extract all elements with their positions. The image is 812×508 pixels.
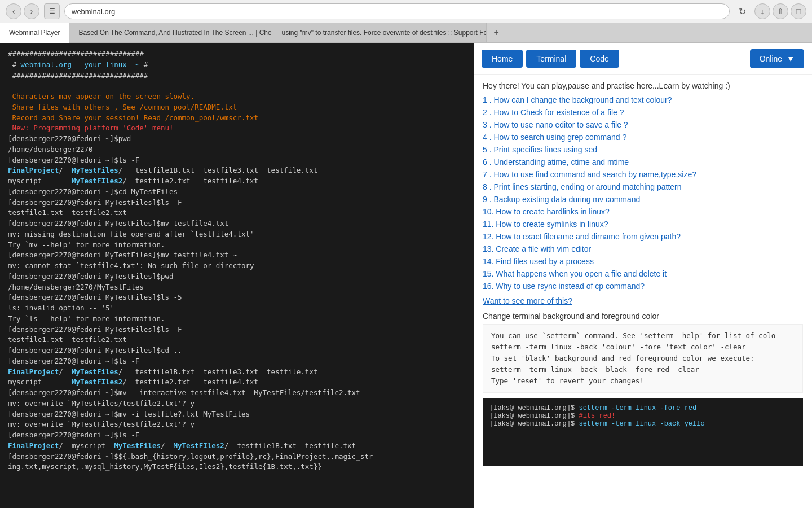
share-button[interactable]: ⇧ (773, 3, 788, 19)
list-item[interactable]: 7 . How to use find command and search b… (483, 169, 803, 179)
link-9[interactable]: 9 . Backup existing data during mv comma… (483, 195, 640, 204)
link-8[interactable]: 8 . Print lines starting, ending or arou… (483, 182, 682, 191)
link-10[interactable]: 10. How to create hardlinks in linux? (483, 207, 610, 216)
info-box: You can use `setterm` command. See 'sett… (483, 324, 803, 393)
download-button[interactable]: ↓ (754, 3, 770, 19)
terminal-nav-button[interactable]: Terminal (526, 50, 576, 68)
list-item[interactable]: 4 . How to search using grep command ? (483, 132, 803, 142)
nav-buttons: ‹ › (6, 3, 39, 19)
link-list: 1 . How can I change the background and … (483, 95, 803, 291)
right-panel: Home Terminal Code Online ▼ Hey there! Y… (474, 43, 812, 508)
list-item[interactable]: 13. Create a file with vim editor (483, 244, 803, 254)
address-text: webminal.org (72, 7, 115, 16)
link-1[interactable]: 1 . How can I change the background and … (483, 95, 672, 104)
back-button[interactable]: ‹ (6, 3, 21, 19)
link-7[interactable]: 7 . How to use find command and search b… (483, 170, 696, 179)
mini-cmd-3: setterm -term linux -back yello (579, 420, 704, 428)
more-link[interactable]: Want to see more of this? (483, 296, 572, 305)
toolbar-right: ↓ ⇧ □ (754, 3, 806, 19)
tab-label-1: Webminal Player (9, 29, 60, 37)
link-2[interactable]: 2 . How to Check for existence of a file… (483, 108, 624, 117)
sidebar-button[interactable]: ☰ (44, 3, 60, 19)
link-6[interactable]: 6 . Understanding atime, ctime and mtime (483, 157, 629, 167)
code-nav-button[interactable]: Code (580, 50, 619, 68)
tab-label-3: using "mv" to transfer files. Force over… (281, 29, 487, 37)
mini-cmd-1: setterm -term linux -fore red (579, 404, 696, 412)
list-item[interactable]: 14. Find files used by a process (483, 256, 803, 266)
main-layout: ################################ # webmi… (0, 43, 812, 508)
list-item[interactable]: 9 . Backup existing data during mv comma… (483, 194, 803, 204)
forward-button[interactable]: › (24, 3, 39, 19)
list-item[interactable]: 16. Why to use rsync instead of cp comma… (483, 281, 803, 291)
browser-toolbar: ‹ › ☰ webminal.org ↻ ↓ ⇧ □ (0, 0, 812, 23)
link-15[interactable]: 15. What happens when you open a file an… (483, 269, 667, 278)
new-tab-button[interactable]: + (487, 23, 505, 42)
right-content: Hey there! You can play,pause and practi… (474, 75, 812, 508)
link-4[interactable]: 4 . How to search using grep command ? (483, 133, 626, 142)
mini-prompt-3: [laks@ webminal.org]$ (489, 420, 579, 428)
link-13[interactable]: 13. Create a file with vim editor (483, 244, 591, 253)
terminal-panel[interactable]: ################################ # webmi… (0, 43, 474, 508)
list-item[interactable]: 3 . How to use nano editor to save a fil… (483, 120, 803, 130)
list-item[interactable]: 8 . Print lines starting, ending or arou… (483, 182, 803, 192)
tab-support[interactable]: using "mv" to transfer files. Force over… (272, 23, 487, 42)
mini-terminal-line3: [laks@ webminal.org]$ setterm -term linu… (489, 420, 796, 428)
mini-out-2: #its red! (579, 412, 615, 420)
list-item[interactable]: 10. How to create hardlinks in linux? (483, 207, 803, 217)
mini-terminal-line2: [laks@ webminal.org]$ #its red! (489, 412, 796, 420)
address-bar[interactable]: webminal.org (64, 3, 730, 19)
browser-chrome: ‹ › ☰ webminal.org ↻ ↓ ⇧ □ Webminal Play… (0, 0, 812, 43)
link-12[interactable]: 12. How to exact filename and dirname fr… (483, 232, 681, 241)
fullscreen-button[interactable]: □ (791, 3, 806, 19)
list-item[interactable]: 2 . How to Check for existence of a file… (483, 107, 803, 117)
link-14[interactable]: 14. Find files used by a process (483, 257, 594, 266)
link-3[interactable]: 3 . How to use nano editor to save a fil… (483, 120, 628, 129)
reload-button[interactable]: ↻ (734, 3, 750, 19)
terminal-content: ################################ # webmi… (8, 49, 466, 472)
list-item[interactable]: 1 . How can I change the background and … (483, 95, 803, 105)
section-title: Change terminal background and foregroun… (483, 312, 803, 321)
intro-text: Hey there! You can play,pause and practi… (483, 81, 803, 90)
list-item[interactable]: 5 . Print specifies lines using sed (483, 144, 803, 155)
home-nav-button[interactable]: Home (482, 50, 523, 68)
online-label: Online (760, 54, 782, 63)
right-nav: Home Terminal Code Online ▼ (474, 43, 812, 75)
mini-prompt-2: [laks@ webminal.org]$ (489, 412, 579, 420)
link-16[interactable]: 16. Why to use rsync instead of cp comma… (483, 282, 645, 291)
list-item[interactable]: 12. How to exact filename and dirname fr… (483, 231, 803, 242)
tab-label-2: Based On The Command, And Illustrated In… (78, 29, 272, 37)
online-dropdown[interactable]: Online ▼ (750, 49, 804, 68)
link-11[interactable]: 11. How to create symlinks in linux? (483, 220, 608, 229)
link-5[interactable]: 5 . Print specifies lines using sed (483, 145, 597, 154)
info-line-1: You can use `setterm` command. See 'sett… (491, 331, 775, 385)
list-item[interactable]: 15. What happens when you open a file an… (483, 269, 803, 279)
tabs-bar: Webminal Player Based On The Command, An… (0, 23, 812, 43)
mini-terminal-line1: [laks@ webminal.org]$ setterm -term linu… (489, 404, 796, 412)
tab-webminal[interactable]: Webminal Player (0, 23, 69, 43)
mini-terminal: [laks@ webminal.org]$ setterm -term linu… (483, 398, 803, 466)
dropdown-arrow: ▼ (787, 54, 795, 63)
mini-prompt-1: [laks@ webminal.org]$ (489, 404, 579, 412)
tab-chegg[interactable]: Based On The Command, And Illustrated In… (69, 23, 272, 42)
list-item[interactable]: 11. How to create symlinks in linux? (483, 219, 803, 229)
list-item[interactable]: 6 . Understanding atime, ctime and mtime (483, 157, 803, 167)
